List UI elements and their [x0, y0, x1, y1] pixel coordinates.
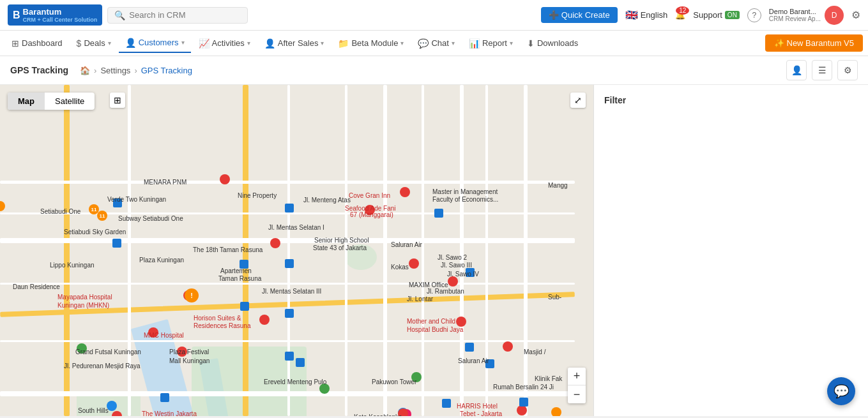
map-pin[interactable]: [398, 408, 408, 416]
search-input[interactable]: [129, 10, 241, 20]
map-label-22: Kokas: [391, 264, 409, 271]
logo[interactable]: B Barantum CRM + Call Center Solution: [8, 4, 102, 26]
map-label-55: Tebet - Jakarta: [460, 410, 502, 416]
map-pin[interactable]: [259, 315, 270, 325]
map-expand-button[interactable]: ⤢: [570, 93, 586, 108]
sidebar-item-after-sales[interactable]: 👤 After Sales ▾: [258, 34, 331, 52]
sidebar-item-report[interactable]: 📊 Report ▾: [462, 34, 519, 52]
language-button[interactable]: 🇬🇧 English: [625, 9, 668, 21]
map-pin[interactable]: [411, 372, 422, 382]
map-pin[interactable]: [456, 317, 466, 327]
sidebar-item-activities[interactable]: 📈 Activities ▾: [192, 34, 257, 52]
chat-fab-button[interactable]: 💬: [827, 377, 855, 405]
support-area: Support ON: [693, 10, 740, 20]
sidebar-item-dashboard[interactable]: ⊞ Dashboard: [5, 34, 69, 52]
logo-name: Barantum: [23, 7, 62, 17]
chevron-icon-6: ▾: [452, 40, 455, 47]
map-label-20: Taman Rasuna: [218, 275, 261, 282]
map-pin[interactable]: [319, 384, 330, 394]
sidebar-item-beta-module[interactable]: 📁 Beta Module ▾: [331, 34, 410, 52]
map-marker[interactable]: [442, 399, 451, 408]
filter-title: Filter: [604, 95, 858, 105]
nav-items: ⊞ Dashboard $ Deals ▾👤 Customers ▾📈 Acti…: [5, 34, 584, 53]
chevron-icon-1: ▾: [108, 40, 111, 47]
map-pin[interactable]: 11: [97, 211, 107, 221]
new-barantum-button[interactable]: ✨ New Barantum V5: [765, 34, 864, 52]
map-marker[interactable]: [113, 198, 122, 207]
notification-button[interactable]: 🔔 12: [675, 10, 685, 20]
map-pin[interactable]: [107, 401, 117, 411]
map-marker[interactable]: [112, 239, 121, 248]
quick-create-button[interactable]: ➕ Quick Create: [541, 7, 618, 23]
map-marker[interactable]: [465, 343, 474, 352]
nav-label-6: Chat: [431, 38, 448, 48]
map-marker[interactable]: [160, 393, 169, 402]
map-pin[interactable]: [0, 201, 5, 211]
map-label-27: Jl. Rambutan: [427, 288, 464, 295]
map-pin[interactable]: [177, 347, 187, 357]
sidebar-item-deals[interactable]: $ Deals ▾: [70, 34, 118, 52]
breadcrumb-user-icon-button[interactable]: 👤: [786, 60, 807, 80]
map-marker[interactable]: [285, 352, 294, 361]
map-marker[interactable]: [434, 209, 443, 218]
map-layers-button[interactable]: ⊞: [110, 93, 125, 108]
star-icon: ✨: [774, 38, 784, 48]
map-marker[interactable]: [285, 259, 294, 268]
breadcrumb-settings[interactable]: Settings: [100, 66, 130, 75]
breadcrumb-settings-icon-button[interactable]: ⚙: [837, 60, 858, 80]
map-zoom-controls: + −: [568, 368, 586, 403]
map-pin[interactable]: !: [185, 288, 199, 302]
settings-icon[interactable]: ⚙: [851, 9, 860, 21]
search-box[interactable]: 🔍: [107, 7, 248, 24]
zoom-in-button[interactable]: +: [568, 368, 586, 385]
map-label-15: Faculty of Economics...: [432, 196, 498, 203]
map-pin[interactable]: [220, 174, 230, 184]
map-pin[interactable]: [517, 405, 527, 415]
map-button[interactable]: Map: [8, 93, 45, 110]
logo-icon: B: [13, 10, 20, 21]
map-marker[interactable]: [240, 260, 248, 269]
map-label-40: Hospital Budhi Jaya: [407, 326, 463, 333]
map-pin[interactable]: [270, 238, 280, 248]
map-pin[interactable]: [448, 276, 458, 287]
map-label-21: Jl. Mentas Selatan III: [262, 288, 321, 295]
map-marker[interactable]: [466, 268, 475, 277]
map-pin[interactable]: [409, 258, 419, 269]
nav-label-3: Activities: [212, 38, 245, 48]
secondary-nav: ⊞ Dashboard $ Deals ▾👤 Customers ▾📈 Acti…: [0, 31, 868, 56]
plus-icon: ➕: [549, 10, 559, 20]
map-marker[interactable]: [240, 302, 249, 311]
map-pin[interactable]: [503, 341, 513, 352]
satellite-button[interactable]: Satellite: [45, 93, 95, 110]
map-marker[interactable]: [285, 204, 294, 213]
map-marker[interactable]: [285, 309, 294, 318]
map-marker[interactable]: [296, 358, 305, 367]
zoom-out-button[interactable]: −: [568, 385, 586, 403]
sidebar-item-customers[interactable]: 👤 Customers ▾: [119, 34, 191, 53]
breadcrumb-list-icon-button[interactable]: ☰: [812, 60, 832, 80]
help-button[interactable]: ?: [747, 8, 761, 22]
sidebar-item-chat[interactable]: 💬 Chat ▾: [411, 34, 461, 52]
nav-icon-4: 👤: [264, 38, 275, 49]
logo-area: B Barantum CRM + Call Center Solution: [8, 4, 102, 26]
nav-label-7: Report: [482, 38, 507, 48]
main-content: 11 11 !: [0, 85, 868, 416]
map-label-18: Lippo Kuningan: [50, 262, 95, 269]
map-label-17: The 18th Taman Rasuna: [193, 246, 263, 253]
filter-panel: Filter: [593, 85, 868, 416]
user-area[interactable]: Demo Barant... CRM Review Ap... D: [769, 6, 844, 25]
user-avatar: D: [825, 6, 844, 25]
map-pin[interactable]: [400, 187, 410, 197]
map-marker[interactable]: [485, 359, 494, 368]
map-label-16: Plaza Kuningan: [139, 257, 184, 264]
map-pin[interactable]: [551, 407, 561, 416]
map-marker[interactable]: [519, 398, 528, 407]
home-icon[interactable]: 🏠: [80, 66, 90, 75]
map-pin[interactable]: [148, 327, 158, 338]
map-pin[interactable]: [77, 343, 87, 354]
nav-icon-6: 💬: [418, 38, 429, 49]
map-image: 11 11 !: [0, 85, 593, 416]
map-pin[interactable]: [365, 205, 375, 215]
sidebar-item-downloads[interactable]: ⬇ Downloads: [521, 34, 584, 52]
map-container[interactable]: 11 11 !: [0, 85, 593, 416]
